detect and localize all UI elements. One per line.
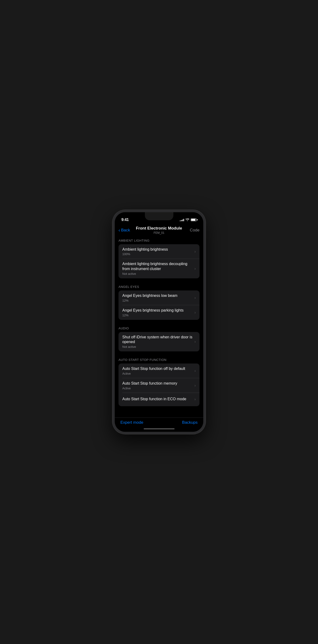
- back-button[interactable]: ‹ Back: [118, 228, 135, 232]
- item-title: Auto Start Stop function memory: [122, 381, 193, 386]
- status-icons: [180, 218, 197, 222]
- item-title: Angel Eyes brightness parking lights: [122, 308, 193, 313]
- status-bar: 9:41: [115, 212, 203, 224]
- item-title: Auto Start Stop function off by default: [122, 366, 193, 371]
- item-title: Auto Start Stop function in ECO mode: [122, 397, 193, 402]
- bottom-bar: Expert mode Backups: [115, 418, 203, 427]
- item-subtitle: Not active: [122, 272, 193, 276]
- content-scroll[interactable]: AMBIENT LIGHTING Ambient lighting bright…: [115, 237, 203, 418]
- chevron-right-icon: ›: [195, 369, 196, 373]
- battery-icon: [191, 218, 197, 221]
- nav-title-container: Front Electronic Module FEM_01: [135, 226, 183, 234]
- section-auto-start-stop: AUTO START STOP FUNCTION Auto Start Stop…: [115, 358, 203, 406]
- chevron-right-icon: ›: [195, 397, 196, 402]
- list-item[interactable]: Angel Eyes brightness parking lights 12%…: [118, 305, 200, 320]
- page-subtitle: FEM_01: [135, 231, 183, 234]
- code-button[interactable]: Code: [183, 228, 200, 232]
- item-subtitle: 100%: [122, 252, 193, 256]
- chevron-right-icon: ›: [195, 266, 196, 271]
- item-subtitle: 12%: [122, 299, 193, 302]
- back-label: Back: [121, 228, 130, 232]
- section-audio: AUDIO Shut off iDrive system when driver…: [115, 326, 203, 352]
- chevron-right-icon: ›: [195, 310, 196, 315]
- list-item[interactable]: Ambient lighting brightness 100% ›: [118, 244, 200, 259]
- list-item[interactable]: Ambient lighting brightness decoupling f…: [118, 259, 200, 278]
- section-header-auto-start-stop: AUTO START STOP FUNCTION: [115, 358, 203, 364]
- wifi-icon: [186, 218, 189, 222]
- item-title: Ambient lighting brightness decoupling f…: [122, 262, 193, 272]
- section-ambient-lighting: AMBIENT LIGHTING Ambient lighting bright…: [115, 239, 203, 278]
- back-chevron-icon: ‹: [118, 228, 120, 232]
- item-subtitle: Active: [122, 372, 193, 375]
- list-item[interactable]: Angel Eyes brightness low beam 12% ›: [118, 290, 200, 305]
- item-subtitle: 12%: [122, 314, 193, 317]
- section-list-ambient-lighting: Ambient lighting brightness 100% › Ambie…: [118, 244, 200, 278]
- item-subtitle: Active: [122, 386, 193, 390]
- status-time: 9:41: [121, 218, 129, 222]
- chevron-right-icon: ›: [195, 340, 196, 344]
- list-item[interactable]: Auto Start Stop function in ECO mode ›: [118, 393, 200, 406]
- chevron-right-icon: ›: [195, 384, 196, 388]
- item-title: Ambient lighting brightness: [122, 247, 193, 252]
- item-title: Shut off iDrive system when driver door …: [122, 335, 193, 345]
- section-angel-eyes: ANGEL EYES Angel Eyes brightness low bea…: [115, 285, 203, 320]
- phone-frame: 9:41 ‹: [112, 210, 206, 434]
- page-title: Front Electronic Module: [135, 226, 183, 231]
- backups-button[interactable]: Backups: [182, 420, 198, 425]
- section-header-angel-eyes: ANGEL EYES: [115, 285, 203, 290]
- nav-header: ‹ Back Front Electronic Module FEM_01 Co…: [115, 224, 203, 237]
- item-subtitle: Not active: [122, 345, 193, 348]
- list-item[interactable]: Auto Start Stop function off by default …: [118, 364, 200, 378]
- expert-mode-button[interactable]: Expert mode: [120, 420, 143, 425]
- home-indicator: [115, 427, 203, 432]
- section-list-audio: Shut off iDrive system when driver door …: [118, 332, 200, 352]
- section-header-ambient-lighting: AMBIENT LIGHTING: [115, 239, 203, 244]
- chevron-right-icon: ›: [195, 296, 196, 300]
- screen: 9:41 ‹: [115, 212, 203, 432]
- section-header-audio: AUDIO: [115, 326, 203, 332]
- section-list-auto-start-stop: Auto Start Stop function off by default …: [118, 364, 200, 406]
- list-item[interactable]: Auto Start Stop function memory Active ›: [118, 378, 200, 393]
- list-item[interactable]: Shut off iDrive system when driver door …: [118, 332, 200, 352]
- signal-icon: [180, 218, 184, 221]
- item-title: Angel Eyes brightness low beam: [122, 293, 193, 298]
- chevron-right-icon: ›: [195, 250, 196, 254]
- section-list-angel-eyes: Angel Eyes brightness low beam 12% › Ang…: [118, 290, 200, 320]
